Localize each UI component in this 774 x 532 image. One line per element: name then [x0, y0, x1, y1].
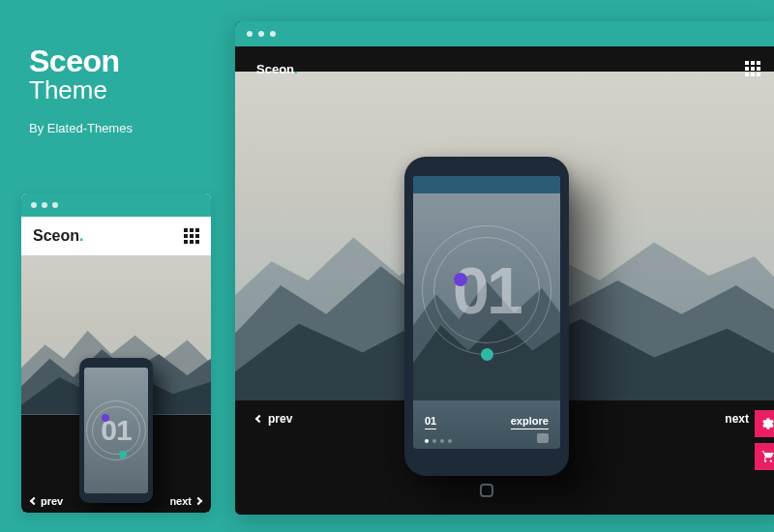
grid-icon[interactable]: [184, 228, 199, 244]
chevron-left-icon: [30, 497, 38, 505]
window-dot-icon: [42, 202, 47, 208]
teal-dot-icon: [119, 451, 127, 458]
mobile-hero: prev next 01: [21, 255, 211, 513]
mobile-window-titlebar: [21, 193, 211, 217]
gear-icon: [761, 417, 774, 430]
decor-circle-icon: [86, 400, 146, 460]
desktop-device-screen: 01 01 explore: [413, 176, 560, 449]
floating-buttons: [755, 410, 774, 470]
prev-label: prev: [41, 495, 63, 507]
mobile-site-header: Sceon.: [21, 217, 211, 255]
product-name: Sceon: [29, 44, 133, 79]
purple-dot-icon: [102, 414, 109, 422]
phone-pager[interactable]: [425, 439, 452, 443]
home-button-icon: [480, 484, 493, 497]
settings-fab[interactable]: [755, 410, 774, 437]
window-dot-icon: [270, 31, 276, 37]
brand-logo[interactable]: Sceon.: [256, 62, 298, 76]
mobile-device-mockup: 01: [79, 358, 153, 503]
chevron-left-icon: [255, 415, 263, 423]
pager-dot-icon[interactable]: [432, 439, 436, 443]
next-button[interactable]: next: [169, 495, 201, 507]
brand-logo[interactable]: Sceon.: [33, 227, 83, 245]
pager-dot-icon[interactable]: [425, 439, 429, 443]
phone-bottom-row: 01 explore: [425, 415, 549, 429]
pager-dot-icon[interactable]: [440, 439, 444, 443]
teal-dot-icon: [481, 348, 493, 361]
desktop-device-mockup: 01 01 explore: [404, 157, 569, 476]
slide-index-label: 01: [425, 415, 436, 429]
desktop-site-header: Sceon.: [235, 54, 774, 83]
desktop-window-titlebar: [235, 21, 774, 46]
prev-button[interactable]: prev: [31, 495, 63, 507]
cart-fab[interactable]: [755, 443, 774, 470]
purple-dot-icon: [454, 273, 467, 286]
brand-logo-text: Sceon: [33, 227, 79, 244]
product-byline: By Elated-Themes: [29, 121, 133, 135]
prev-label: prev: [268, 412, 292, 426]
brand-logo-text: Sceon: [256, 62, 294, 76]
explore-link[interactable]: explore: [511, 415, 549, 429]
desktop-preview-window: Sceon. prev next: [235, 21, 774, 515]
brand-logo-dot: .: [79, 227, 83, 244]
pager-dot-icon[interactable]: [448, 439, 452, 443]
prev-button[interactable]: prev: [256, 412, 292, 426]
cart-icon: [761, 450, 774, 463]
grid-icon[interactable]: [745, 61, 760, 76]
window-dot-icon: [247, 31, 253, 37]
window-dot-icon: [31, 202, 37, 208]
mobile-preview-window: Sceon. prev next: [21, 193, 211, 513]
chevron-right-icon: [194, 497, 202, 505]
mobile-device-screen: 01: [84, 368, 148, 493]
phone-statusbar: [413, 176, 560, 193]
camera-icon[interactable]: [537, 433, 549, 443]
brand-logo-dot: .: [294, 62, 298, 76]
window-dot-icon: [258, 31, 264, 37]
next-label: next: [725, 412, 749, 426]
promo-title-block: Sceon Theme By Elated-Themes: [29, 44, 133, 135]
product-subtitle: Theme: [29, 75, 133, 105]
next-label: next: [169, 495, 192, 507]
window-dot-icon: [52, 202, 58, 208]
slide-number: 01: [453, 252, 521, 328]
